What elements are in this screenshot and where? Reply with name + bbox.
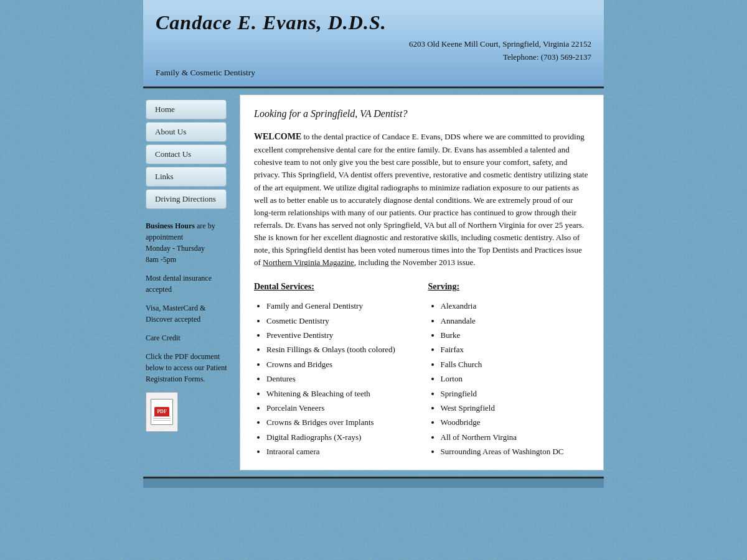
site-header: Candace E. Evans, D.D.S. 6203 Old Keene … [143, 0, 604, 88]
welcome-end: , including the November 2013 issue. [354, 258, 476, 267]
nav-item-about[interactable]: About Us [146, 122, 227, 142]
business-hours-label: Business Hours [146, 222, 195, 230]
services-area: Dental Services: Family and General Dent… [254, 280, 590, 459]
list-item: Preventive Dentistry [266, 328, 416, 342]
list-item: Cosmetic Dentistry [266, 314, 416, 328]
list-item: Porcelain Veneers [266, 401, 416, 415]
list-item: Resin Fillings & Onlays (tooth colored) [266, 342, 416, 357]
dental-services-heading: Dental Services: [254, 280, 416, 294]
list-item: Springfield [441, 386, 590, 401]
header-tagline: Family & Cosmetic Dentistry [156, 68, 591, 78]
list-item: Crowns & Bridges over Implants [266, 415, 416, 429]
sidebar: Home About Us Contact Us Links Driving D… [143, 95, 233, 471]
list-item: Fairfax [441, 342, 590, 357]
list-item: All of Northern Virgina [441, 430, 590, 444]
site-title: Candace E. Evans, D.D.S. [156, 11, 591, 34]
address-text: 6203 Old Keene Mill Court, Springfield, … [409, 39, 591, 49]
payment-text: Visa, MasterCard & Discover accepted [146, 302, 228, 325]
business-hours-days: Monday - Thursday [146, 244, 205, 253]
pdf-download-button[interactable]: PDF [146, 392, 178, 432]
care-credit: Care Credit [146, 332, 228, 343]
serving-heading: Serving: [428, 280, 590, 294]
welcome-bold: WELCOME [254, 132, 301, 141]
nav-item-home[interactable]: Home [146, 100, 227, 119]
welcome-text: WELCOME to the dental practice of Candac… [254, 130, 590, 269]
pdf-badge: PDF [154, 407, 169, 417]
header-address: 6203 Old Keene Mill Court, Springfield, … [156, 38, 591, 64]
list-item: West Springfield [441, 401, 590, 415]
nav-item-directions[interactable]: Driving Directions [146, 189, 227, 209]
nav-item-links[interactable]: Links [146, 167, 227, 187]
list-item: Falls Church [441, 357, 590, 371]
serving-col: Serving: AlexandriaAnnandaleBurkeFairfax… [428, 280, 590, 459]
insurance-text: Most dental insurance accepted [146, 273, 228, 295]
list-item: Digital Radiographs (X-rays) [266, 430, 416, 444]
content-panel: Looking for a Springfield, VA Dentist? W… [240, 95, 604, 471]
main-area: Home About Us Contact Us Links Driving D… [143, 88, 604, 477]
dental-services-list: Family and General DentistryCosmetic Den… [254, 299, 416, 459]
list-item: Lorton [441, 371, 590, 386]
nav-item-contact[interactable]: Contact Us [146, 144, 227, 164]
list-item: Crowns and Bridges [266, 357, 416, 371]
list-item: Alexandria [441, 299, 590, 313]
list-item: Burke [441, 328, 590, 342]
dental-services-col: Dental Services: Family and General Dent… [254, 280, 416, 459]
magazine-link[interactable]: Northern Virginia Magazine [263, 258, 354, 267]
pdf-icon-graphic: PDF [151, 399, 173, 425]
list-item: Dentures [266, 371, 416, 386]
list-item: Whitening & Bleaching of teeth [266, 386, 416, 401]
sidebar-info: Business Hours are by appointment Monday… [146, 220, 228, 432]
serving-list: AlexandriaAnnandaleBurkeFairfaxFalls Chu… [428, 299, 590, 459]
list-item: Intraoral camera [266, 444, 416, 459]
site-footer [143, 477, 604, 488]
welcome-body: to the dental practice of Candace E. Eva… [254, 132, 588, 267]
telephone-text: Telephone: (703) 569-2137 [503, 52, 591, 62]
list-item: Surrounding Areas of Washington DC [441, 444, 590, 459]
pdf-lines [153, 416, 171, 422]
list-item: Annandale [441, 314, 590, 328]
pdf-label: Click the PDF document below to access o… [146, 351, 228, 385]
list-item: Family and General Dentistry [266, 299, 416, 313]
list-item: Woodbridge [441, 415, 590, 429]
business-hours-time: 8am -5pm [146, 255, 176, 264]
content-heading: Looking for a Springfield, VA Dentist? [254, 106, 590, 122]
